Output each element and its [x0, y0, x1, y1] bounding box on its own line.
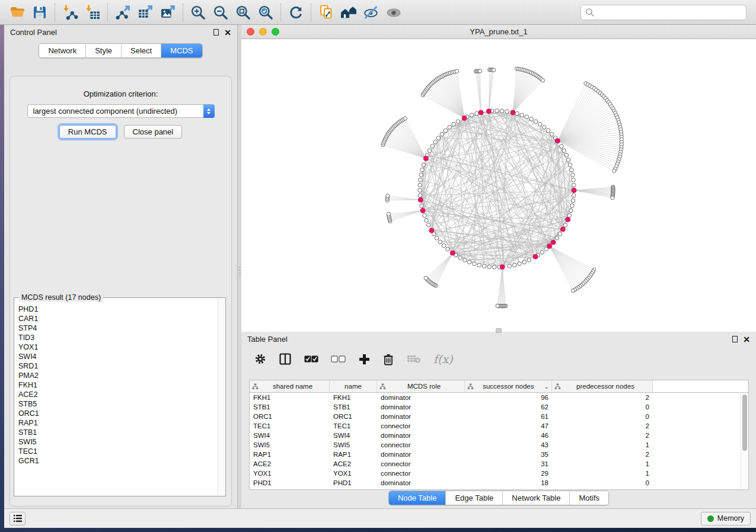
- deselect-all-button[interactable]: [331, 355, 346, 363]
- tab-select[interactable]: Select: [121, 44, 161, 57]
- hide-selected-button[interactable]: [360, 2, 382, 23]
- save-session-button[interactable]: [28, 2, 51, 23]
- open-session-button[interactable]: [6, 2, 28, 23]
- table-row[interactable]: TEC1TEC1connector472: [250, 421, 748, 431]
- table-cell: ACE2: [330, 459, 377, 469]
- delete-column-button[interactable]: [382, 353, 394, 366]
- import-network-button[interactable]: [59, 2, 81, 23]
- table-cell: 96: [465, 393, 552, 402]
- table-row[interactable]: FKH1FKH1dominator962: [250, 393, 748, 402]
- table-cell: 2: [552, 450, 653, 459]
- table-cell: 0: [552, 478, 653, 488]
- hub-node: [511, 110, 515, 115]
- tab-style[interactable]: Style: [85, 44, 121, 57]
- mcds-result-item[interactable]: CAR1: [18, 314, 218, 323]
- mcds-result-item[interactable]: STB5: [18, 399, 218, 409]
- hub-node: [533, 254, 538, 259]
- search-input[interactable]: [598, 7, 742, 18]
- table-row[interactable]: STB1STB1dominator620: [250, 402, 748, 412]
- table-scrollbar[interactable]: [741, 393, 748, 489]
- mcds-result-item[interactable]: ORC1: [18, 409, 218, 418]
- tab-motifs[interactable]: Motifs: [569, 491, 608, 505]
- copy-style-button[interactable]: [315, 2, 337, 23]
- import-table-button[interactable]: [81, 2, 104, 23]
- table-panel-header: Table Panel ✕: [241, 332, 756, 347]
- float-panel-icon[interactable]: [732, 336, 738, 342]
- sort-descending-icon: ⌄: [544, 383, 549, 390]
- panel-divider-grip[interactable]: [238, 267, 241, 276]
- float-panel-icon[interactable]: [213, 29, 219, 36]
- tab-node-table[interactable]: Node Table: [389, 491, 446, 505]
- zoom-fit-button[interactable]: [232, 2, 254, 23]
- mcds-result-item[interactable]: TID3: [18, 333, 218, 342]
- zoom-out-button[interactable]: [209, 2, 232, 23]
- mcds-result-item[interactable]: TEC1: [18, 447, 218, 456]
- criterion-select[interactable]: largest connected component (undirected): [27, 104, 215, 118]
- table-row[interactable]: SWI5SWI5connector431: [250, 440, 748, 450]
- column-header-shared-name[interactable]: shared name: [250, 380, 330, 392]
- table-cell: dominator: [377, 393, 465, 402]
- column-header-MCDS-role[interactable]: MCDS role: [377, 380, 465, 392]
- memory-button[interactable]: Memory: [701, 512, 751, 525]
- table-scrollbar-thumb[interactable]: [742, 395, 747, 451]
- column-header-successor-nodes[interactable]: successor nodes⌄: [465, 380, 552, 392]
- mcds-result-item[interactable]: GCR1: [18, 456, 218, 466]
- mcds-result-item[interactable]: FKH1: [18, 380, 218, 390]
- table-settings-button[interactable]: [254, 353, 266, 365]
- tab-mcds[interactable]: MCDS: [161, 44, 202, 57]
- close-panel-button[interactable]: Close panel: [124, 125, 183, 139]
- hub-node: [420, 208, 425, 213]
- mcds-result-item[interactable]: RAP1: [18, 418, 218, 428]
- zoom-in-button[interactable]: [187, 2, 209, 23]
- table-row[interactable]: YOX1YOX1connector291: [250, 469, 748, 478]
- table-row[interactable]: SWI4SWI4dominator462: [250, 431, 748, 440]
- column-header-predecessor-nodes[interactable]: predecessor nodes: [552, 380, 653, 392]
- tab-network-table[interactable]: Network Table: [502, 491, 569, 505]
- hub-node: [551, 240, 556, 245]
- export-table-button[interactable]: [134, 2, 157, 23]
- export-network-button[interactable]: [111, 2, 134, 23]
- mcds-result-item[interactable]: ACE2: [18, 390, 218, 399]
- show-columns-button[interactable]: [279, 352, 292, 366]
- task-history-button[interactable]: [9, 512, 25, 525]
- column-header-name[interactable]: name: [330, 380, 377, 392]
- mcds-list-scrollbar[interactable]: [218, 299, 225, 495]
- mcds-result-item[interactable]: STB1: [18, 428, 218, 437]
- zoom-selected-button[interactable]: [254, 2, 277, 23]
- import-table-icon: [85, 4, 101, 20]
- export-image-button[interactable]: [157, 2, 179, 23]
- first-neighbors-button[interactable]: [337, 2, 360, 23]
- table-row[interactable]: ACE2ACE2connector311: [250, 459, 748, 469]
- mcds-result-item[interactable]: SWI5: [18, 437, 218, 447]
- tab-edge-table[interactable]: Edge Table: [445, 491, 502, 505]
- horizontal-splitter-grip[interactable]: [496, 328, 502, 333]
- run-mcds-button[interactable]: Run MCDS: [59, 125, 116, 139]
- table-row[interactable]: PHD1PHD1dominator180: [250, 478, 748, 488]
- table-panel: Table Panel ✕ f(x) shared namenameMCDS: [241, 332, 756, 508]
- mcds-result-item[interactable]: SWI4: [18, 352, 218, 361]
- checked-boxes-icon: [304, 355, 318, 363]
- table-cell: 2: [552, 393, 653, 402]
- table-row[interactable]: ORC1ORC1dominator610: [250, 412, 748, 421]
- table-cell: ORC1: [250, 412, 330, 421]
- add-column-button[interactable]: [359, 354, 370, 365]
- mcds-result-list[interactable]: PHD1CAR1STP4TID3YOX1SWI4SRD1PMA2FKH1ACE2…: [15, 299, 218, 495]
- columns-icon: [279, 352, 292, 366]
- tab-network[interactable]: Network: [39, 44, 85, 57]
- mcds-result-item[interactable]: STP4: [18, 323, 218, 333]
- mcds-result-item[interactable]: YOX1: [18, 342, 218, 352]
- network-window-titlebar[interactable]: YPA_prune.txt_1: [241, 25, 756, 39]
- network-graph[interactable]: [241, 39, 756, 331]
- toolbar-separator: [55, 4, 55, 21]
- mcds-result-item[interactable]: SRD1: [18, 361, 218, 371]
- table-row[interactable]: RAP1RAP1dominator352: [250, 450, 748, 459]
- refresh-view-button[interactable]: [285, 2, 307, 23]
- close-panel-icon[interactable]: ✕: [224, 28, 231, 37]
- control-panel: Control Panel ✕ NetworkStyleSelectMCDS O…: [4, 25, 238, 508]
- show-all-button[interactable]: [382, 2, 405, 23]
- mcds-result-item[interactable]: PMA2: [18, 371, 218, 380]
- select-all-button[interactable]: [304, 355, 318, 363]
- close-panel-icon[interactable]: ✕: [743, 335, 750, 344]
- memory-label: Memory: [717, 514, 744, 523]
- mcds-result-item[interactable]: PHD1: [18, 305, 218, 314]
